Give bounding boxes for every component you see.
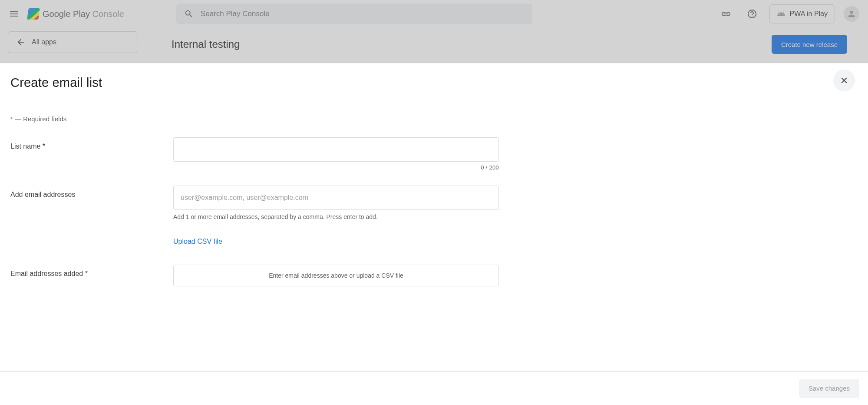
email-addresses-added-label: Email addresses added *: [10, 265, 173, 278]
add-emails-helper: Add 1 or more email addresses, separated…: [173, 213, 499, 220]
close-button[interactable]: [833, 70, 855, 91]
dialog-footer: Save changes: [0, 371, 868, 405]
add-emails-input[interactable]: [173, 186, 499, 210]
dialog-title: Create email list: [10, 76, 858, 90]
scrim-overlay: [0, 0, 868, 63]
required-fields-note: * — Required fields: [10, 115, 858, 123]
save-changes-button[interactable]: Save changes: [799, 379, 859, 398]
list-name-input[interactable]: [173, 137, 499, 162]
list-name-char-count: 0 / 200: [173, 164, 499, 171]
create-email-list-dialog: Create email list * — Required fields Li…: [0, 63, 868, 371]
list-name-label: List name *: [10, 137, 173, 150]
upload-csv-link[interactable]: Upload CSV file: [173, 238, 222, 246]
close-icon: [839, 76, 849, 85]
add-emails-label: Add email addresses: [10, 186, 173, 199]
email-addresses-added-empty: Enter email addresses above or upload a …: [173, 265, 499, 286]
